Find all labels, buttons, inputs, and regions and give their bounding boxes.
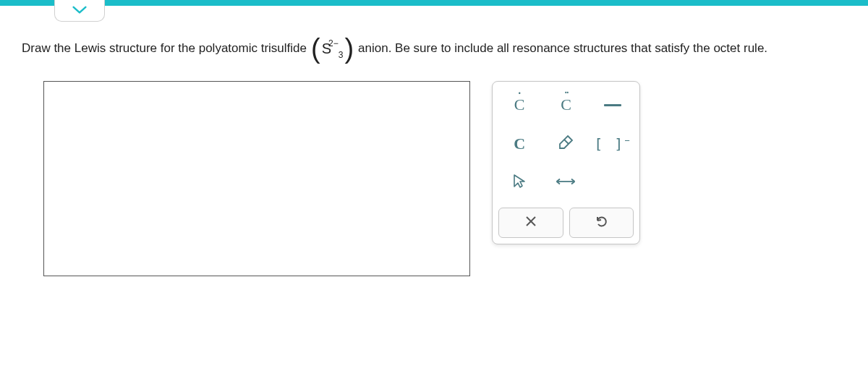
question-prompt: Draw the Lewis structure for the polyato… [22, 35, 767, 62]
bracket-icon: [ ]− [594, 135, 631, 153]
tool-bracket-charge[interactable]: [ ]− [592, 127, 634, 161]
tool-generic-atom[interactable]: C [498, 127, 540, 161]
close-icon [524, 215, 537, 231]
eraser-icon [557, 134, 574, 154]
double-arrow-icon [554, 176, 577, 189]
cursor-icon [511, 173, 528, 193]
tool-eraser[interactable] [545, 127, 587, 161]
tool-grid: C C C [ ]− [498, 88, 634, 200]
svg-line-0 [564, 140, 569, 144]
undo-icon [595, 215, 608, 231]
tool-single-bond[interactable] [592, 88, 634, 122]
chevron-down-icon [72, 4, 87, 17]
action-row [498, 208, 634, 238]
tool-resonance-arrow[interactable] [545, 166, 587, 200]
tool-select-cursor[interactable] [498, 166, 540, 200]
tool-atom-one-electron[interactable]: C [498, 88, 540, 122]
undo-button[interactable] [569, 208, 634, 238]
electron-pair-icon: C [561, 95, 571, 114]
drawing-canvas[interactable] [43, 81, 470, 276]
question-text-after: anion. Be sure to include all resonance … [358, 41, 767, 56]
atom-icon: C [514, 135, 525, 153]
bond-icon [604, 104, 621, 106]
top-accent-bar [0, 0, 868, 6]
chemical-formula: ( S2−3 ) [311, 35, 354, 62]
clear-button[interactable] [498, 208, 563, 238]
question-text-before: Draw the Lewis structure for the polyato… [22, 41, 307, 56]
drawing-toolbox: C C C [ ]− [492, 81, 640, 244]
tool-empty [592, 166, 634, 200]
single-electron-icon: C [514, 95, 525, 114]
tool-atom-two-electrons[interactable]: C [545, 88, 587, 122]
collapse-toggle[interactable] [54, 0, 105, 22]
